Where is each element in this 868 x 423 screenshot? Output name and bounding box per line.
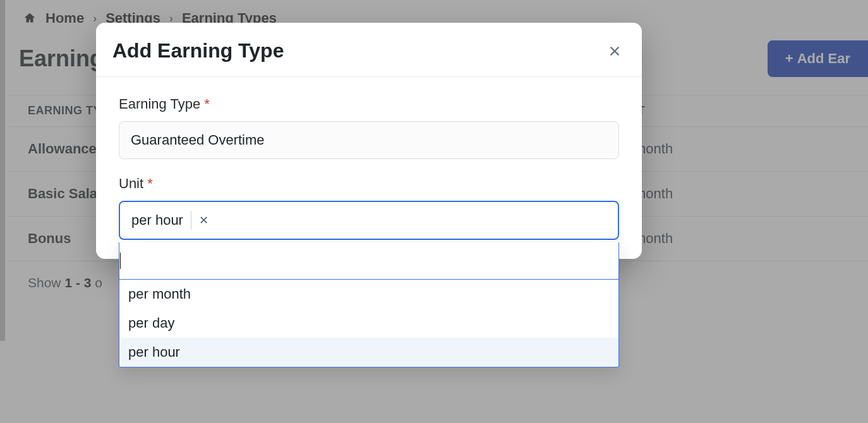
unit-select-control[interactable]: per hour ✕ <box>119 201 619 240</box>
add-earning-type-modal: Add Earning Type Earning Type* Unit* per… <box>96 23 642 259</box>
modal-title: Add Earning Type <box>112 39 284 63</box>
earning-type-label: Earning Type* <box>119 96 619 112</box>
unit-dropdown: per month per day per hour <box>119 242 619 367</box>
label-text: Earning Type <box>119 96 200 112</box>
unit-selected-chip: per hour <box>131 212 191 229</box>
field-earning-type: Earning Type* <box>119 96 619 159</box>
earning-type-input[interactable] <box>119 121 619 159</box>
required-asterisk: * <box>204 96 210 112</box>
unit-option[interactable]: per hour <box>119 338 618 367</box>
dropdown-search-wrap <box>119 242 618 280</box>
close-icon[interactable] <box>608 44 622 58</box>
unit-select: per hour ✕ per month per day per hour <box>119 201 619 240</box>
chip-divider <box>191 211 191 230</box>
unit-option[interactable]: per day <box>119 309 618 338</box>
required-asterisk: * <box>147 176 153 191</box>
unit-search-input[interactable] <box>121 242 618 279</box>
remove-chip-icon[interactable]: ✕ <box>199 213 208 227</box>
field-unit: Unit* per hour ✕ per month per day per h… <box>119 176 619 240</box>
unit-label: Unit* <box>119 176 619 192</box>
modal-header: Add Earning Type <box>96 23 642 77</box>
label-text: Unit <box>119 176 143 191</box>
modal-body: Earning Type* Unit* per hour ✕ <box>96 77 642 259</box>
unit-option[interactable]: per month <box>119 280 618 309</box>
